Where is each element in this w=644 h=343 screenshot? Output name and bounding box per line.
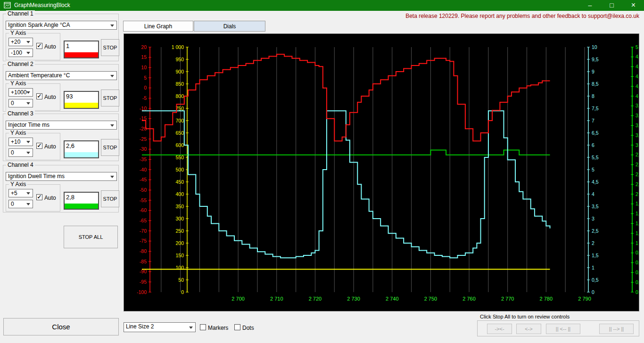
channel-2-auto-label: Auto bbox=[44, 94, 56, 100]
x-tick-label: 2 700 bbox=[231, 296, 245, 302]
y-tick-label-inj: 8 bbox=[592, 93, 594, 99]
line-size-select[interactable]: Line Size 2 bbox=[124, 322, 196, 332]
maximize-button[interactable]: □ bbox=[601, 0, 622, 11]
line-graph-canvas: 2 7002 7102 7202 7302 7402 7502 7602 770… bbox=[124, 34, 639, 311]
y-tick-label-inj: 3,5 bbox=[592, 204, 599, 209]
y-tick-label-temp: 800 bbox=[175, 93, 184, 99]
y-tick-label-inj: 7,5 bbox=[592, 106, 599, 111]
y-tick-label-temp: 600 bbox=[175, 142, 184, 148]
channel-4-ymin-select[interactable]: 0 bbox=[8, 200, 33, 208]
channel-2-ymax-select[interactable]: +1000 bbox=[8, 88, 33, 97]
review-step-forward-button[interactable]: || --> || bbox=[599, 324, 634, 334]
y-tick-label-inj: 9,5 bbox=[592, 57, 599, 62]
y-tick-label-dwell: 3,6 bbox=[636, 113, 639, 118]
y-tick-label-spark: -55 bbox=[140, 197, 147, 203]
y-tick-label-temp: 350 bbox=[175, 204, 184, 209]
beta-notice: Beta release 120229. Please report any p… bbox=[405, 13, 639, 19]
channel-3-ymax-select[interactable]: +10 bbox=[8, 138, 33, 146]
channel-2-stop-button[interactable]: STOP bbox=[101, 90, 119, 106]
channel-4-ymax-select[interactable]: +5 bbox=[8, 189, 33, 197]
channel-1-group: Channel 1 Ignition Spark Angle °CA Y Axi… bbox=[3, 14, 119, 61]
x-tick-label: 2 790 bbox=[578, 296, 591, 302]
markers-checkbox[interactable] bbox=[200, 324, 206, 330]
stop-all-button[interactable]: STOP ALL bbox=[64, 226, 118, 248]
y-tick-label-inj: 5,5 bbox=[592, 155, 599, 160]
y-tick-label-inj: 7 bbox=[592, 118, 594, 123]
minimize-button[interactable]: – bbox=[579, 0, 601, 11]
y-tick-label-spark: -45 bbox=[140, 177, 147, 182]
y-tick-label-spark: -65 bbox=[140, 218, 147, 223]
review-expand-button[interactable]: <-> bbox=[516, 324, 541, 334]
channel-2-label: Channel 2 bbox=[6, 61, 35, 67]
channel-4-group: Channel 4 Ignition Dwell Time ms Y Axis … bbox=[3, 165, 119, 212]
tab-line-graph[interactable]: Line Graph bbox=[123, 21, 193, 32]
x-tick-label: 2 770 bbox=[501, 296, 514, 302]
y-tick-label-spark: -60 bbox=[140, 207, 147, 213]
channel-1-auto-checkbox[interactable]: ✓ bbox=[36, 43, 42, 49]
y-tick-label-spark: -80 bbox=[140, 248, 147, 254]
y-tick-label-dwell: 2 bbox=[636, 191, 638, 197]
channel-4-value-box: 2,8 bbox=[64, 192, 99, 210]
chevron-down-icon bbox=[189, 327, 193, 329]
channel-1-stop-button[interactable]: STOP bbox=[101, 39, 119, 56]
y-tick-label-spark: -100 bbox=[137, 289, 147, 295]
chevron-down-icon bbox=[110, 24, 114, 27]
channel-1-label: Channel 1 bbox=[6, 10, 35, 17]
channel-2-auto-checkbox[interactable]: ✓ bbox=[36, 93, 42, 99]
chevron-down-icon bbox=[110, 176, 114, 178]
x-tick-label: 2 720 bbox=[309, 296, 322, 302]
channel-3-group: Channel 3 Injector Time ms Y Axis +10 0 … bbox=[3, 114, 119, 161]
titlebar: GraphMeasuringBlock – □ × bbox=[0, 0, 644, 11]
y-tick-label-dwell: 0,6 bbox=[636, 260, 639, 265]
channel-1-ymax-select[interactable]: +20 bbox=[8, 38, 33, 46]
channel-3-color-bar bbox=[65, 152, 98, 157]
tab-dials[interactable]: Dials bbox=[194, 21, 265, 32]
y-tick-label-spark: 15 bbox=[141, 54, 147, 60]
channel-1-ymin-select[interactable]: -100 bbox=[8, 49, 33, 57]
y-tick-label-temp: 200 bbox=[175, 240, 184, 246]
channel-4-yaxis-group: Y Axis +5 0 ✓ Auto bbox=[6, 184, 60, 212]
y-tick-label-temp: 250 bbox=[175, 228, 184, 234]
x-tick-label: 2 780 bbox=[540, 296, 553, 302]
y-tick-label-dwell: 4,8 bbox=[636, 54, 639, 59]
y-tick-label-spark: -50 bbox=[140, 187, 147, 193]
y-tick-label-dwell: 3,4 bbox=[636, 122, 639, 128]
channel-4-select[interactable]: Ignition Dwell Time ms bbox=[6, 172, 117, 181]
y-tick-label-dwell: 2,8 bbox=[636, 152, 639, 157]
y-tick-label-inj: 10 bbox=[592, 44, 597, 50]
y-tick-label-dwell: 1,6 bbox=[636, 211, 639, 216]
y-tick-label-temp: 700 bbox=[175, 118, 184, 123]
chevron-down-icon bbox=[26, 192, 30, 195]
channel-4-auto-checkbox[interactable]: ✓ bbox=[36, 194, 42, 200]
x-tick-label: 2 750 bbox=[424, 296, 438, 302]
review-step-back-button[interactable]: || <-- || bbox=[546, 324, 580, 334]
close-icon[interactable]: × bbox=[623, 0, 644, 11]
y-tick-label-spark: -75 bbox=[140, 238, 147, 244]
channel-3-auto-label: Auto bbox=[44, 143, 56, 150]
window-title: GraphMeasuringBlock bbox=[14, 2, 70, 8]
y-tick-label-spark: -10 bbox=[140, 106, 147, 111]
chevron-down-icon bbox=[110, 124, 114, 127]
channel-1-value-box: 1 bbox=[64, 41, 99, 58]
close-button[interactable]: Close bbox=[3, 318, 119, 335]
y-tick-label-spark: -85 bbox=[140, 259, 147, 264]
channel-3-auto-checkbox[interactable]: ✓ bbox=[36, 143, 42, 149]
channel-2-select[interactable]: Ambient Temperature °C bbox=[6, 71, 117, 80]
channel-3-select[interactable]: Injector Time ms bbox=[6, 121, 117, 130]
y-tick-label-dwell: 0,2 bbox=[636, 279, 639, 285]
x-tick-label: 2 760 bbox=[462, 296, 476, 302]
channel-3-stop-button[interactable]: STOP bbox=[101, 139, 119, 156]
y-tick-label-inj: 6 bbox=[592, 142, 594, 148]
channel-2-ymin-select[interactable]: 0 bbox=[8, 99, 33, 107]
channel-1-select[interactable]: Ignition Spark Angle °CA bbox=[6, 21, 117, 30]
channel-3-value: 2,6 bbox=[66, 142, 74, 149]
y-tick-label-inj: 4 bbox=[592, 191, 594, 197]
channel-4-stop-button[interactable]: STOP bbox=[101, 190, 119, 207]
channel-3-value-box: 2,6 bbox=[64, 140, 99, 158]
channel-4-label: Channel 4 bbox=[6, 162, 35, 168]
dots-checkbox[interactable] bbox=[234, 324, 240, 330]
y-tick-label-inj: 2 bbox=[592, 240, 594, 246]
channel-3-ymin-select[interactable]: 0 bbox=[8, 148, 33, 157]
y-tick-label-inj: 9 bbox=[592, 69, 594, 74]
review-collapse-button[interactable]: -><- bbox=[487, 324, 512, 334]
